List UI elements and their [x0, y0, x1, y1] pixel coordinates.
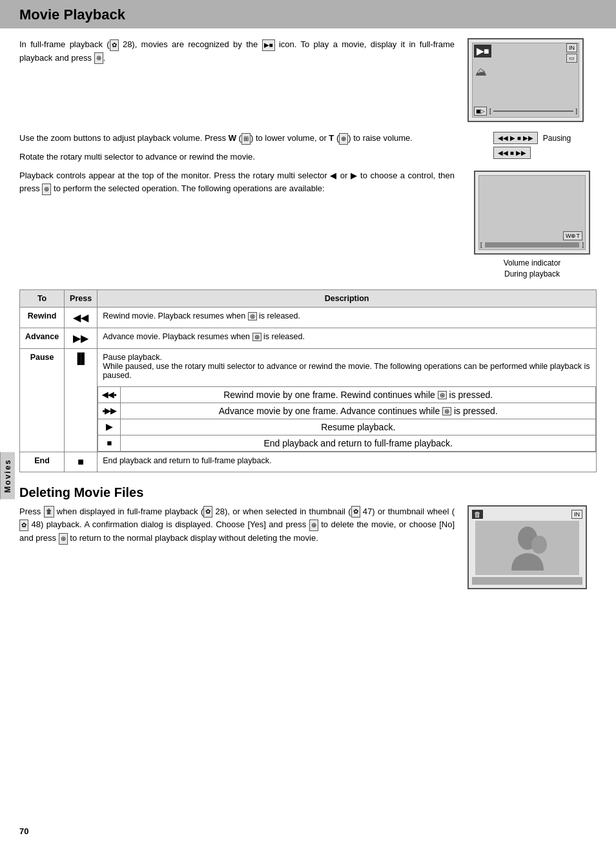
pause-icon: ▐▌	[74, 353, 88, 364]
ok-icon-2: ⊛	[42, 183, 51, 195]
svg-point-1	[531, 536, 547, 554]
pause-top-text: Pause playback. While paused, use the ro…	[98, 349, 596, 383]
top-camera-image: ▶■ IN ▭ ⛰ ◼▷ [ ]	[467, 38, 597, 125]
delete-icon: 🗑	[44, 506, 54, 518]
sub-table-row: ■ End playback and return to full-frame …	[98, 435, 596, 451]
sub-desc-1: Rewind movie by one frame. Rewind contin…	[121, 386, 596, 403]
deleting-section: Deleting Movie Files Press 🗑 when displa…	[19, 485, 597, 589]
header-bar: Movie Playback	[0, 0, 616, 28]
sub-icon-3: ▶	[98, 419, 121, 435]
operations-table: To Press Description Rewind ◀◀ Rewind mo…	[19, 289, 597, 472]
sub-desc-3: Resume playback.	[121, 419, 596, 435]
page-title: Movie Playback	[19, 6, 597, 23]
middle-image: ◀◀ ▶ ■ ▶▶ Pausing ◀◀ ■ ▶▶	[467, 132, 597, 280]
ctrl-rewind: ◀◀	[498, 134, 508, 142]
page: Movies Movie Playback In full-frame play…	[0, 0, 616, 849]
sub-table-row: ▶ Resume playback.	[98, 419, 596, 435]
bracket-left: [	[489, 108, 491, 114]
page-number: 70	[19, 826, 28, 836]
table-row: Pause ▐▌ Pause playback. While paused, u…	[20, 348, 597, 452]
vol-para: Use the zoom buttons to adjust playback …	[19, 132, 455, 145]
row-advance-press: ▶▶	[65, 328, 98, 348]
vol-bar	[485, 242, 580, 247]
top-right-icons: IN ▭	[566, 43, 577, 63]
ctrl-stop: ■	[517, 134, 521, 142]
del-icon-right: IN	[571, 510, 582, 519]
photo-area	[475, 521, 579, 575]
advance-icon: ▶▶	[73, 333, 88, 344]
sub-icon-2: ▪▶▶	[98, 403, 121, 419]
row-pause-to: Pause	[20, 348, 65, 452]
col-to: To	[20, 289, 65, 307]
pausing-lower-bar: ◀◀ ■ ▶▶	[493, 147, 531, 159]
deleting-content: Press 🗑 when displayed in full-frame pla…	[19, 505, 597, 589]
vol-caption-line2: During playback	[504, 269, 561, 280]
sub-icon-1: ◀◀▪	[98, 386, 121, 403]
volume-camera-screen: W⊕T [ ]	[474, 171, 590, 255]
ok-sub1: ⊛	[438, 391, 447, 399]
vol-bracket-left: [	[480, 242, 482, 248]
ctrl-pause: ▶	[510, 134, 515, 142]
intro-para1: In full-frame playback (✿ 28), movies ar…	[19, 38, 455, 65]
vol-bracket-right: ]	[582, 242, 584, 248]
sub-desc-2: Advance movie by one frame. Advance cont…	[121, 403, 596, 419]
progress-line	[493, 110, 574, 112]
middle-section: Use the zoom buttons to adjust playback …	[19, 132, 597, 280]
movie-icon: ▶■	[262, 39, 275, 51]
del-icon-left: 🗑	[472, 510, 483, 519]
pause-sub-table: ◀◀▪ Rewind movie by one frame. Rewind co…	[98, 386, 596, 452]
to-word: to	[321, 519, 328, 529]
ok-sub2: ⊛	[442, 407, 451, 415]
top-section: In full-frame playback (✿ 28), movies ar…	[19, 38, 597, 125]
movie-play-icon: ▶■	[474, 45, 491, 58]
pausing-label: Pausing	[543, 134, 571, 143]
playback-icons: ◼▷	[474, 107, 487, 116]
vol-caption-line1: Volume indicator	[504, 258, 561, 269]
ref-48: ✿	[19, 519, 28, 531]
row-rewind-press: ◀◀	[65, 307, 98, 328]
table-row: Rewind ◀◀ Rewind movie. Playback resumes…	[20, 307, 597, 328]
vol-icons: W⊕T	[563, 231, 582, 240]
end-icon: ■	[77, 456, 84, 467]
del-top-bar: 🗑 IN	[472, 510, 582, 519]
ok-ref: ⊛	[248, 312, 257, 320]
t-icon: ⊕	[339, 133, 348, 145]
ok-del1: ⊛	[309, 519, 318, 531]
deleting-image: 🗑 IN	[467, 505, 597, 589]
intro-text: In full-frame playback (✿ 28), movies ar…	[19, 38, 455, 125]
row-rewind-to: Rewind	[20, 307, 65, 328]
w-icon: ⊞	[241, 133, 251, 145]
row-pause-desc: Pause playback. While paused, use the ro…	[98, 348, 597, 452]
img-icon: ▭	[566, 54, 577, 63]
col-description: Description	[98, 289, 597, 307]
ctrl2-advance: ▶▶	[516, 149, 526, 156]
row-end-to: End	[20, 452, 65, 472]
col-press: Press	[65, 289, 98, 307]
deleting-title: Deleting Movie Files	[19, 485, 597, 500]
ref-icon-28: ✿	[110, 39, 119, 51]
middle-text: Use the zoom buttons to adjust playback …	[19, 132, 455, 280]
ref-47: ✿	[351, 506, 360, 518]
deleting-para: Press 🗑 when displayed in full-frame pla…	[19, 505, 455, 545]
row-end-desc: End playback and return to full-frame pl…	[98, 452, 597, 472]
rotate-para: Rotate the rotary multi selector to adva…	[19, 151, 455, 164]
sub-icon-4: ■	[98, 435, 121, 451]
sub-desc-4: End playback and return to full-frame pl…	[121, 435, 596, 451]
row-rewind-desc: Rewind movie. Playback resumes when ⊛ is…	[98, 307, 597, 328]
ok-icon: ⊛	[94, 52, 103, 64]
table-header-row: To Press Description	[20, 289, 597, 307]
ok-ref2: ⊛	[252, 333, 262, 341]
controls-para: Playback controls appear at the top of t…	[19, 169, 455, 196]
sub-table-row: ▪▶▶ Advance movie by one frame. Advance …	[98, 403, 596, 419]
volume-caption: Volume indicator During playback	[504, 258, 561, 280]
vol-progress: [ ]	[480, 242, 584, 248]
ctrl-advance: ▶▶	[523, 134, 533, 142]
table-row: End ■ End playback and return to full-fr…	[20, 452, 597, 472]
in-icon: IN	[566, 43, 577, 52]
person-silhouette	[502, 522, 553, 574]
delete-camera-screen: 🗑 IN	[467, 505, 587, 589]
del-bottom-strip	[472, 577, 582, 585]
table-row: Advance ▶▶ Advance movie. Playback resum…	[20, 328, 597, 348]
progress-area: [ ]	[489, 108, 577, 114]
row-pause-press: ▐▌	[65, 348, 98, 452]
